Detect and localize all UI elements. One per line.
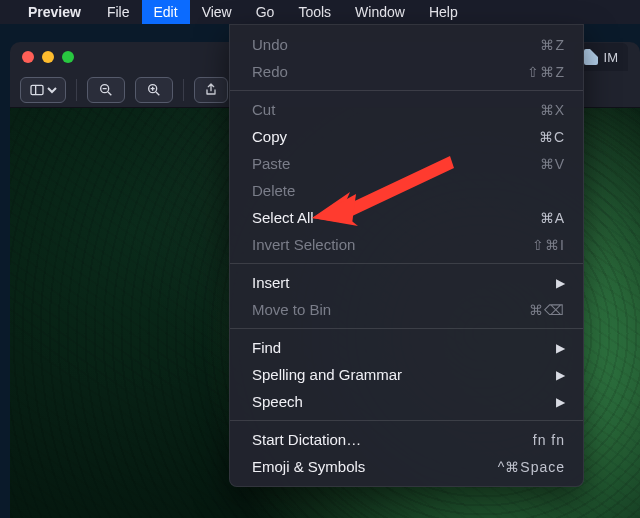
menu-item-label: Move to Bin: [252, 301, 529, 318]
share-icon: [203, 82, 219, 98]
menu-separator: [230, 90, 583, 91]
menu-item-cut: Cut⌘X: [230, 96, 583, 123]
menu-item-label: Spelling and Grammar: [252, 366, 556, 383]
menu-view[interactable]: View: [190, 0, 244, 24]
menu-item-redo: Redo⇧⌘Z: [230, 58, 583, 85]
window-zoom-button[interactable]: [62, 51, 74, 63]
menu-item-label: Emoji & Symbols: [252, 458, 498, 475]
menu-separator: [230, 328, 583, 329]
menu-item-shortcut: ^⌘Space: [498, 459, 565, 475]
menu-item-label: Speech: [252, 393, 556, 410]
svg-rect-0: [31, 85, 43, 94]
menu-item-speech[interactable]: Speech▶: [230, 388, 583, 415]
menu-go[interactable]: Go: [244, 0, 287, 24]
share-button[interactable]: [194, 77, 228, 103]
svg-line-4: [108, 92, 111, 95]
menu-item-insert[interactable]: Insert▶: [230, 269, 583, 296]
menu-item-shortcut: fn fn: [533, 432, 565, 448]
menu-item-label: Invert Selection: [252, 236, 532, 253]
menu-item-shortcut: ⌘Z: [540, 37, 565, 53]
edit-menu-dropdown: Undo⌘ZRedo⇧⌘ZCut⌘XCopy⌘CPaste⌘VDeleteSel…: [229, 24, 584, 487]
menu-item-label: Paste: [252, 155, 540, 172]
document-icon: [584, 49, 598, 65]
menu-separator: [230, 263, 583, 264]
menu-item-label: Start Dictation…: [252, 431, 533, 448]
toolbar-separator: [183, 79, 184, 101]
menu-item-shortcut: ⇧⌘I: [532, 237, 565, 253]
toolbar-separator: [76, 79, 77, 101]
menu-item-copy[interactable]: Copy⌘C: [230, 123, 583, 150]
menu-item-label: Select All: [252, 209, 540, 226]
menu-separator: [230, 420, 583, 421]
sidebar-toggle-button[interactable]: [20, 77, 66, 103]
menu-item-shortcut: ⌘⌫: [529, 302, 565, 318]
menu-item-shortcut: ⌘C: [539, 129, 565, 145]
menu-item-paste: Paste⌘V: [230, 150, 583, 177]
document-tab-label: IM: [604, 50, 618, 65]
zoom-out-button[interactable]: [87, 77, 125, 103]
menu-item-delete: Delete: [230, 177, 583, 204]
menu-item-label: Undo: [252, 36, 540, 53]
menu-item-label: Delete: [252, 182, 565, 199]
menu-item-label: Find: [252, 339, 556, 356]
app-name[interactable]: Preview: [24, 4, 85, 20]
menu-item-move-to-bin: Move to Bin⌘⌫: [230, 296, 583, 323]
window-close-button[interactable]: [22, 51, 34, 63]
window-minimize-button[interactable]: [42, 51, 54, 63]
menu-item-label: Insert: [252, 274, 556, 291]
menu-item-undo: Undo⌘Z: [230, 31, 583, 58]
menu-file[interactable]: File: [95, 0, 142, 24]
submenu-arrow-icon: ▶: [556, 395, 565, 409]
submenu-arrow-icon: ▶: [556, 276, 565, 290]
menu-edit[interactable]: Edit: [142, 0, 190, 24]
menu-item-shortcut: ⌘A: [540, 210, 565, 226]
menu-item-shortcut: ⌘V: [540, 156, 565, 172]
menu-item-label: Copy: [252, 128, 539, 145]
submenu-arrow-icon: ▶: [556, 341, 565, 355]
zoom-in-icon: [146, 82, 162, 98]
menu-item-start-dictation[interactable]: Start Dictation…fn fn: [230, 426, 583, 453]
chevron-down-icon: [47, 82, 57, 98]
menu-item-shortcut: ⇧⌘Z: [527, 64, 565, 80]
menu-window[interactable]: Window: [343, 0, 417, 24]
menu-help[interactable]: Help: [417, 0, 470, 24]
menu-item-find[interactable]: Find▶: [230, 334, 583, 361]
menu-item-emoji-symbols[interactable]: Emoji & Symbols^⌘Space: [230, 453, 583, 480]
zoom-in-button[interactable]: [135, 77, 173, 103]
zoom-out-icon: [98, 82, 114, 98]
menu-item-invert-selection: Invert Selection⇧⌘I: [230, 231, 583, 258]
menu-item-select-all[interactable]: Select All⌘A: [230, 204, 583, 231]
sidebar-icon: [29, 82, 45, 98]
menu-item-label: Cut: [252, 101, 540, 118]
menu-item-label: Redo: [252, 63, 527, 80]
submenu-arrow-icon: ▶: [556, 368, 565, 382]
menu-tools[interactable]: Tools: [286, 0, 343, 24]
menu-item-shortcut: ⌘X: [540, 102, 565, 118]
svg-line-8: [156, 92, 159, 95]
menu-item-spelling-and-grammar[interactable]: Spelling and Grammar▶: [230, 361, 583, 388]
menubar: Preview File Edit View Go Tools Window H…: [0, 0, 640, 24]
